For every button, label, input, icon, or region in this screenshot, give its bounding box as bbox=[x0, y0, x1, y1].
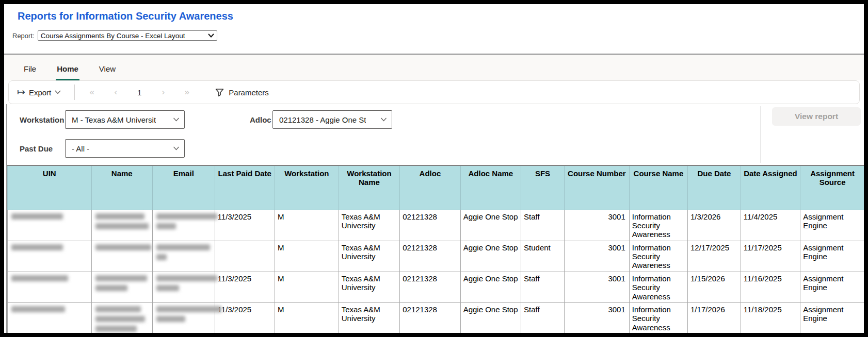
page-navigation: « ‹ 1 › » bbox=[80, 87, 199, 97]
report-data-table: UINNameEmailLast Paid DateWorkstationWor… bbox=[7, 165, 864, 333]
redacted-text bbox=[95, 213, 144, 220]
cell-date-assigned: 11/17/2025 bbox=[741, 241, 800, 272]
toolbar-separator bbox=[74, 85, 75, 100]
cell-email bbox=[153, 303, 215, 333]
past-due-dropdown[interactable]: - All - bbox=[65, 139, 185, 158]
cell-name bbox=[91, 210, 152, 241]
cell-workstation-name: Texas A&M University bbox=[339, 272, 399, 302]
column-header-course-name: Course Name bbox=[629, 165, 687, 210]
column-header-date-assigned: Date Assigned bbox=[741, 165, 800, 210]
tab-home[interactable]: Home bbox=[56, 64, 79, 80]
column-header-last-paid-date: Last Paid Date bbox=[215, 165, 275, 210]
cell-assignment-source: Assignment Engine bbox=[800, 241, 864, 272]
cell-last-paid-date: 11/3/2025 bbox=[215, 303, 275, 333]
column-header-adloc-name: Adloc Name bbox=[460, 165, 521, 210]
chevron-down-icon bbox=[173, 146, 180, 150]
redacted-text bbox=[156, 306, 221, 312]
export-button[interactable]: ↦ Export bbox=[12, 85, 66, 100]
chevron-down-icon bbox=[380, 117, 387, 122]
view-report-button[interactable]: View report bbox=[772, 107, 861, 126]
workstation-dropdown-value: M - Texas A&M Universit bbox=[72, 115, 156, 124]
cell-name bbox=[91, 303, 152, 333]
redacted-text bbox=[156, 254, 167, 260]
report-selector-label: Report: bbox=[12, 32, 35, 40]
cell-adloc-name: Aggie One Stop bbox=[460, 210, 521, 241]
cell-workstation-name: Texas A&M University bbox=[339, 210, 399, 241]
tab-file[interactable]: File bbox=[23, 64, 37, 80]
cell-adloc: 02121328 bbox=[400, 241, 460, 272]
table-header-row: UINNameEmailLast Paid DateWorkstationWor… bbox=[8, 165, 864, 210]
past-due-dropdown-value: - All - bbox=[72, 144, 89, 153]
workstation-label: Workstation bbox=[20, 115, 64, 124]
redacted-text bbox=[156, 244, 210, 250]
report-dropdown-value: Course Assignments By Course - Excel Lay… bbox=[41, 32, 185, 40]
cell-course-name: Information Security Awareness bbox=[629, 210, 687, 241]
adloc-dropdown[interactable]: 02121328 - Aggie One St bbox=[272, 110, 392, 129]
cell-workstation: M bbox=[275, 272, 339, 302]
column-header-workstation-name: Workstation Name bbox=[339, 165, 399, 210]
cell-assignment-source: Assignment Engine bbox=[800, 272, 864, 302]
redacted-text bbox=[95, 223, 149, 229]
redacted-text bbox=[11, 213, 63, 220]
cell-sfs: Staff bbox=[521, 210, 565, 241]
viewer-body: Workstation M - Texas A&M Universit Adlo… bbox=[6, 104, 864, 333]
last-page-button[interactable]: » bbox=[175, 87, 199, 97]
cell-last-paid-date bbox=[215, 241, 275, 272]
report-dropdown[interactable]: Course Assignments By Course - Excel Lay… bbox=[38, 30, 217, 41]
cell-workstation: M bbox=[275, 303, 339, 333]
cell-date-assigned: 11/4/2025 bbox=[741, 210, 800, 241]
table-row: 11/3/2025MTexas A&M University02121328Ag… bbox=[8, 210, 864, 241]
workstation-dropdown[interactable]: M - Texas A&M Universit bbox=[65, 110, 185, 129]
redacted-text bbox=[95, 326, 137, 332]
column-header-workstation: Workstation bbox=[275, 165, 339, 210]
cell-course-number: 3001 bbox=[564, 272, 629, 302]
cell-course-name: Information Security Awareness bbox=[629, 272, 687, 302]
cell-sfs: Student bbox=[521, 241, 565, 272]
cell-workstation-name: Texas A&M University bbox=[339, 241, 399, 272]
cell-uin bbox=[8, 210, 92, 241]
cell-adloc: 02121328 bbox=[400, 303, 460, 333]
column-header-adloc: Adloc bbox=[400, 165, 460, 210]
cell-adloc-name: Aggie One Stop bbox=[460, 241, 521, 272]
cell-name bbox=[91, 272, 152, 302]
parameters-button-label: Parameters bbox=[229, 88, 269, 97]
cell-uin bbox=[8, 241, 92, 272]
parameters-button[interactable]: Parameters bbox=[210, 85, 274, 100]
next-page-button[interactable]: › bbox=[151, 87, 175, 97]
column-header-sfs: SFS bbox=[521, 165, 565, 210]
cell-assignment-source: Assignment Engine bbox=[800, 303, 864, 333]
redacted-text bbox=[156, 223, 176, 229]
redacted-text bbox=[95, 306, 141, 312]
report-viewer-panel: FileHomeView ↦ Export « ‹ 1 › » bbox=[4, 54, 864, 333]
cell-uin bbox=[8, 272, 92, 302]
cell-adloc-name: Aggie One Stop bbox=[460, 303, 521, 333]
redacted-text bbox=[95, 244, 151, 250]
filter-funnel-icon bbox=[215, 88, 224, 97]
previous-page-button[interactable]: ‹ bbox=[104, 87, 127, 97]
chevron-down-icon bbox=[208, 33, 214, 38]
redacted-text bbox=[11, 306, 65, 312]
redacted-text bbox=[156, 275, 217, 281]
cell-workstation: M bbox=[275, 241, 339, 272]
redacted-text bbox=[156, 285, 179, 291]
parameters-divider bbox=[761, 106, 761, 163]
column-header-email: Email bbox=[153, 165, 215, 210]
page-number-input[interactable]: 1 bbox=[127, 88, 151, 97]
cell-sfs: Staff bbox=[521, 272, 565, 302]
cell-assignment-source: Assignment Engine bbox=[800, 210, 864, 241]
column-header-uin: UIN bbox=[8, 165, 92, 210]
export-icon: ↦ bbox=[17, 87, 25, 97]
cell-uin bbox=[8, 303, 92, 333]
parameters-area: Workstation M - Texas A&M Universit Adlo… bbox=[7, 104, 864, 165]
column-header-course-number: Course Number bbox=[564, 165, 629, 210]
table-row: MTexas A&M University02121328Aggie One S… bbox=[8, 241, 864, 272]
first-page-button[interactable]: « bbox=[80, 87, 104, 97]
cell-email bbox=[153, 272, 215, 302]
export-button-label: Export bbox=[29, 88, 51, 97]
table-row: 11/3/2025MTexas A&M University02121328Ag… bbox=[8, 303, 864, 333]
tab-view[interactable]: View bbox=[98, 64, 117, 80]
redacted-text bbox=[11, 275, 68, 281]
adloc-label: Adloc bbox=[250, 115, 271, 124]
cell-adloc: 02121328 bbox=[400, 210, 460, 241]
cell-name bbox=[91, 241, 152, 272]
